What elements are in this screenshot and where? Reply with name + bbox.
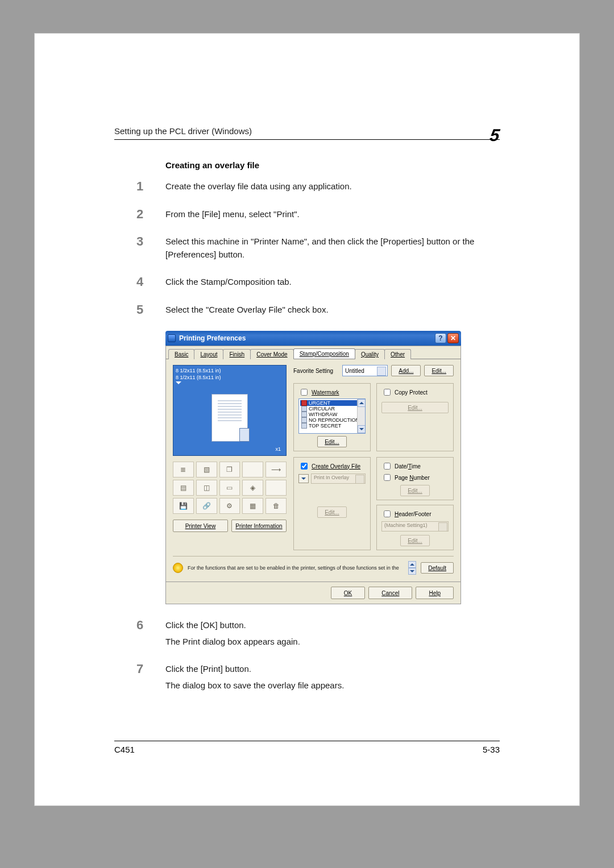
xout-icon[interactable]: ▧ [196,462,217,477]
zoom-badge: x1 [273,446,283,452]
stamp-icon [301,406,307,412]
stamp-icon [301,412,307,417]
hint-strip: For the functions that are set to be ena… [173,556,454,575]
hint-scrollbar[interactable] [408,561,416,575]
overlay-edit-button: Edit... [317,506,347,518]
step-text: Create the overlay file data using any a… [165,180,500,193]
stamp-icon [301,417,307,423]
section-heading: Creating an overlay file [165,160,500,170]
overlay-panel: Create Overlay File Print In Overlay Edi… [293,457,371,550]
dialog-footer: OK Cancel Help [165,582,461,604]
grid-icon[interactable]: ◫ [196,480,217,496]
chevron-up-icon [410,563,414,566]
overlay-indicator-icon [239,428,250,442]
stack-icon[interactable]: ❐ [219,462,240,477]
close-icon[interactable]: ✕ [447,333,459,343]
stamp-icon [301,423,307,429]
tint-icon[interactable]: ◈ [242,480,263,496]
header-footer-select: (Machine Setting1) [381,521,449,531]
watermark-checkbox[interactable]: Watermark [298,387,366,397]
printing-preferences-dialog: Printing Preferences ? ✕ Basic Layout Fi… [165,331,461,604]
default-button[interactable]: Default [421,562,454,574]
tabs-row: Basic Layout Finish Cover Mode Stamp/Com… [165,346,461,359]
step-text: The Print dialog box appears again. [165,636,500,649]
add-button[interactable]: Add... [391,365,421,376]
watermark-option[interactable]: NO REPRODUCTION [300,417,364,423]
create-overlay-checkbox[interactable]: Create Overlay File [298,461,366,471]
step-text: Click the [Print] button. [165,663,500,676]
page-header-title: Setting up the PCL driver (Windows) [114,126,252,136]
step-6: 6 Click the [OK] button. The Print dialo… [114,619,500,651]
page-number-checkbox[interactable]: Page Number [381,472,449,483]
tab-stamp-composition[interactable]: Stamp/Composition [293,348,355,359]
date-page-panel: Date/Time Page Number Edit... [376,457,454,500]
copy-protect-edit-button[interactable]: Edit... [381,402,449,413]
step-number: 3 [114,235,165,264]
preview-size-top: 8 1/2x11 (8.5x11 in) [176,368,284,373]
chevron-down-icon [410,570,414,572]
step-number: 6 [114,619,165,651]
copy-protect-checkbox[interactable]: Copy Protect [381,387,449,397]
step-number: 1 [114,180,165,197]
step-4: 4 Click the Stamp/Composition tab. [114,276,500,292]
help-button[interactable]: Help [416,587,454,599]
step-list-continued: 6 Click the [OK] button. The Print dialo… [114,619,500,695]
chapter-number: 5 [489,127,501,144]
step-text: Click the [OK] button. [165,619,500,632]
favorite-setting-row: Favorite Setting Untitled Add... Edit... [293,365,454,376]
watermark-option-urgent[interactable]: URGENT [300,400,364,406]
cancel-button[interactable]: Cancel [368,587,412,599]
feature-icon-grid: ≣ ▧ ❐ ⟶ ▤ ◫ ▭ ◈ 💾 🔗 ⚙ ▦ 🗑 [173,462,287,514]
watermark-listbox[interactable]: URGENT CIRCULAR WITHDRAW NO REPRODUCTION… [298,398,366,434]
step-text: Click the Stamp/Composition tab. [165,276,500,289]
flow-icon[interactable]: ⟶ [265,462,287,477]
watermark-option[interactable]: WITHDRAW [300,412,364,417]
tab-basic[interactable]: Basic [168,349,194,359]
step-number: 7 [114,663,165,695]
layers-icon[interactable]: ▦ [242,498,263,514]
tab-layout[interactable]: Layout [194,349,223,359]
settings-panel: Favorite Setting Untitled Add... Edit...… [293,365,454,550]
step-7: 7 Click the [Print] button. The dialog b… [114,663,500,695]
step-number: 2 [114,208,165,225]
watermark-option[interactable]: TOP SECRET [300,423,364,429]
tab-other[interactable]: Other [384,349,411,359]
help-button-icon[interactable]: ? [435,333,446,343]
tab-quality[interactable]: Quality [355,349,385,359]
link-icon[interactable]: 🔗 [196,498,217,514]
pages-icon[interactable]: ≣ [173,462,194,477]
watermark-option[interactable]: CIRCULAR [300,406,364,412]
booklet-icon[interactable]: ▤ [173,480,194,496]
printer-view-button[interactable]: Printer View [173,520,228,532]
printer-information-button[interactable]: Printer Information [231,520,287,532]
step-number: 5 [114,304,165,320]
tab-cover-mode[interactable]: Cover Mode [250,349,293,359]
scrollbar[interactable] [357,399,365,433]
app-icon [168,334,176,342]
save-icon[interactable]: 💾 [173,498,194,514]
header-footer-checkbox[interactable]: Header/Footer [381,509,449,519]
tab-finish[interactable]: Finish [223,349,251,359]
chevron-down-icon [379,370,384,372]
step-1: 1 Create the overlay file data using any… [114,180,500,197]
edit-button[interactable]: Edit... [424,365,454,376]
step-5: 5 Select the "Create Overlay File" check… [114,304,500,320]
watermark-edit-button[interactable]: Edit... [317,436,347,447]
step-number: 4 [114,276,165,292]
step-text: Select this machine in "Printer Name", a… [165,235,500,261]
dialog-titlebar[interactable]: Printing Preferences ? ✕ [165,331,461,346]
dialog-body: 8 1/2x11 (8.5x11 in) 8 1/2x11 (8.5x11 in… [165,359,461,582]
step-text: Select the "Create Overlay File" check b… [165,304,500,317]
product-name: C451 [114,745,135,754]
doc-icon[interactable]: ▭ [219,480,240,496]
arrow-down-icon [298,474,309,483]
preview-size-bottom: 8 1/2x11 (8.5x11 in) [176,375,284,380]
gear-icon[interactable]: ⚙ [219,498,240,514]
blank-icon [242,462,263,477]
date-time-checkbox[interactable]: Date/Time [381,461,449,471]
step-2: 2 From the [File] menu, select "Print". [114,208,500,225]
trash-icon[interactable]: 🗑 [265,498,287,514]
favorite-setting-select[interactable]: Untitled [342,365,388,376]
chevron-up-icon [359,402,364,404]
ok-button[interactable]: OK [331,587,365,599]
